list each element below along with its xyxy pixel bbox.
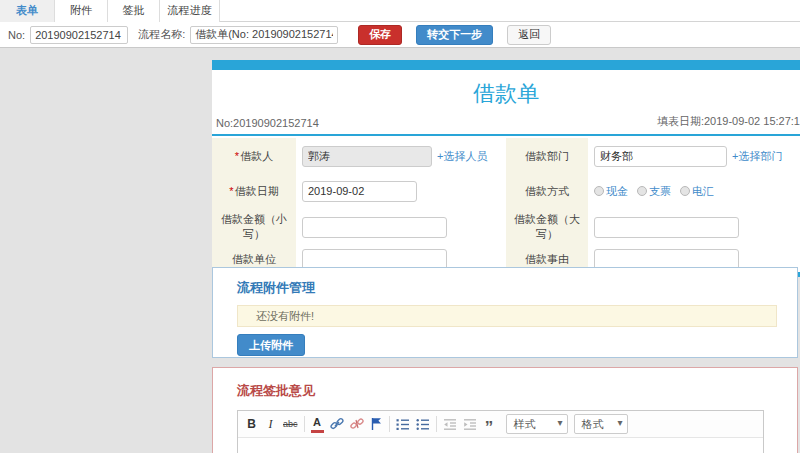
editor-content-area[interactable] [238, 438, 763, 453]
back-button[interactable]: 返回 [507, 25, 551, 45]
radio-icon [680, 186, 690, 196]
amount-upper-label-cell: 借款金额（大写） [506, 208, 588, 246]
loan-date-label-cell: *借款日期 [212, 174, 296, 208]
outdent-icon[interactable] [443, 415, 457, 433]
flag-icon[interactable] [370, 415, 383, 433]
rich-text-editor: B I abc A [237, 410, 764, 453]
editor-toolbar: B I abc A [238, 411, 763, 438]
amount-upper-input[interactable] [594, 217, 739, 238]
form-meta-row: No:20190902152714 填表日期:2019-09-02 15:27:… [212, 114, 800, 136]
amount-lower-field-cell [296, 208, 506, 246]
select-department-link[interactable]: +选择部门 [732, 149, 782, 164]
process-name-input[interactable] [190, 26, 338, 44]
toolbar-separator [304, 416, 305, 432]
bulleted-list-icon[interactable] [416, 415, 430, 433]
method-wire-radio[interactable]: 电汇 [680, 184, 714, 199]
loan-date-input[interactable] [302, 181, 417, 202]
save-button[interactable]: 保存 [358, 25, 402, 45]
tab-bar: 表单 附件 签批 流程进度 [0, 0, 800, 22]
strikethrough-button[interactable]: abc [283, 415, 298, 433]
tab-approval[interactable]: 签批 [108, 0, 160, 22]
required-marker: * [229, 185, 233, 197]
style-select[interactable]: 样式 [506, 414, 568, 434]
loan-form-panel: 借款单 No:20190902152714 填表日期:2019-09-02 15… [212, 60, 800, 277]
tab-form[interactable]: 表单 [0, 0, 55, 22]
form-no-text: No:20190902152714 [216, 117, 319, 129]
amount-lower-label-cell: 借款金额（小写） [212, 208, 296, 246]
command-bar: No: 流程名称: 保存 转交下一步 返回 [0, 22, 800, 48]
process-name-label: 流程名称: [138, 27, 185, 42]
format-select[interactable]: 格式 [574, 414, 628, 434]
required-marker: * [235, 150, 239, 162]
select-person-link[interactable]: +选择人员 [437, 149, 487, 164]
loan-method-field-cell: 现金 支票 电汇 [588, 174, 800, 208]
no-label: No: [8, 29, 25, 41]
attachments-panel: 流程附件管理 还没有附件! 上传附件 [212, 267, 798, 358]
link-icon[interactable] [330, 415, 344, 433]
form-grid: *借款人 +选择人员 借款部门 +选择部门 *借款日期 借款方式 现金 [212, 138, 800, 272]
blockquote-button[interactable]: ” [483, 415, 496, 433]
no-attachments-alert: 还没有附件! [237, 305, 777, 327]
radio-icon [637, 186, 647, 196]
department-input[interactable] [594, 146, 727, 167]
no-input[interactable] [30, 26, 128, 44]
loan-method-label-cell: 借款方式 [506, 174, 588, 208]
approval-panel: 流程签批意见 B I abc A [212, 367, 798, 453]
radio-icon [594, 186, 604, 196]
numbered-list-icon[interactable] [396, 415, 410, 433]
unlink-icon[interactable] [350, 415, 364, 433]
amount-upper-field-cell [588, 208, 800, 246]
style-select-label: 样式 [514, 417, 536, 432]
tab-attachments[interactable]: 附件 [55, 0, 108, 22]
text-color-button[interactable]: A [311, 415, 324, 433]
indent-icon[interactable] [463, 415, 477, 433]
forward-next-step-button[interactable]: 转交下一步 [416, 25, 493, 45]
loan-date-field-cell [296, 174, 506, 208]
borrower-field-cell: +选择人员 [296, 138, 506, 174]
method-cash-radio[interactable]: 现金 [594, 184, 628, 199]
tab-progress[interactable]: 流程进度 [160, 0, 220, 22]
upload-attachment-button[interactable]: 上传附件 [237, 334, 305, 356]
method-cheque-radio[interactable]: 支票 [637, 184, 671, 199]
form-date-text: 填表日期:2019-09-02 15:27:1 [657, 114, 800, 129]
italic-button[interactable]: I [264, 415, 277, 433]
borrower-input[interactable] [302, 146, 432, 167]
approval-title: 流程签批意见 [213, 368, 797, 400]
bold-button[interactable]: B [245, 415, 258, 433]
department-label-cell: 借款部门 [506, 138, 588, 174]
format-select-label: 格式 [582, 417, 604, 432]
toolbar-separator [436, 416, 437, 432]
toolbar-separator [389, 416, 390, 432]
panel-top-bar [212, 60, 800, 70]
attachments-title: 流程附件管理 [213, 268, 797, 297]
form-title: 借款单 [212, 70, 800, 114]
department-field-cell: +选择部门 [588, 138, 800, 174]
amount-lower-input[interactable] [302, 217, 447, 238]
borrower-label-cell: *借款人 [212, 138, 296, 174]
